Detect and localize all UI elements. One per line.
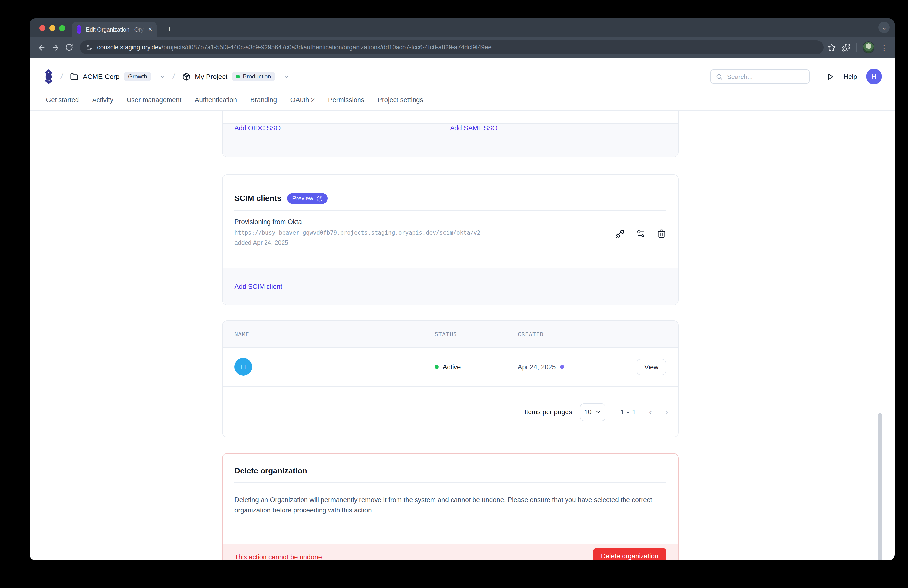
status-cell: Active <box>435 363 518 371</box>
scim-client-actions <box>615 222 666 245</box>
trash-icon <box>657 229 666 238</box>
url-text: console.staging.ory.dev/projects/d087b7a… <box>97 44 491 51</box>
ory-favicon <box>76 25 82 34</box>
sso-card: Add OIDC SSO Add SAML SSO <box>222 111 679 157</box>
url-bar[interactable]: console.staging.ory.dev/projects/d087b7a… <box>80 40 824 54</box>
scim-client-url: https://busy-beaver-gqwvd0fb79.projects.… <box>234 229 615 236</box>
nav-oauth2[interactable]: OAuth 2 <box>290 96 315 104</box>
minimize-window-button[interactable] <box>49 25 55 31</box>
scim-card-footer: Add SCIM client <box>222 267 678 304</box>
traffic-lights <box>39 25 65 31</box>
back-button[interactable] <box>35 40 48 54</box>
project-env-badge: Production <box>232 72 275 81</box>
project-nav: Get started Activity User management Aut… <box>30 92 895 110</box>
tab-strip: Edit Organization - Ory Console ✕ + ⌄ <box>30 18 895 37</box>
search-icon <box>716 73 723 80</box>
site-settings-icon[interactable] <box>86 44 93 51</box>
env-status-dot <box>236 74 240 79</box>
delete-card-footer: This action cannot be undone. Delete org… <box>222 544 678 561</box>
chrome-profile-avatar[interactable] <box>863 42 874 53</box>
nav-activity[interactable]: Activity <box>92 96 114 104</box>
created-cell: Apr 24, 2025 <box>518 363 637 371</box>
forward-button[interactable] <box>48 40 62 54</box>
main-content: Add OIDC SSO Add SAML SSO SCIM clients P… <box>30 111 895 558</box>
zoom-window-button[interactable] <box>59 25 65 31</box>
new-tab-button[interactable]: + <box>164 24 175 35</box>
delete-card-title: Delete organization <box>222 454 678 482</box>
delete-organization-button[interactable]: Delete organization <box>593 547 666 561</box>
status-dot <box>435 365 439 369</box>
project-name: My Project <box>195 72 227 81</box>
extensions-puzzle-icon[interactable] <box>842 43 850 52</box>
created-tooltip-dot[interactable] <box>560 365 564 369</box>
table-header: NAME STATUS CREATED <box>222 321 678 348</box>
browser-tab[interactable]: Edit Organization - Ory Console ✕ <box>72 22 157 37</box>
items-per-page-select[interactable]: 10 <box>580 403 606 421</box>
previous-page-icon[interactable]: ‹ <box>649 407 652 417</box>
scim-client-added: added Apr 24, 2025 <box>234 240 615 246</box>
ory-console-page: / ACME Corp Growth / My Project Producti… <box>30 58 895 561</box>
reload-button[interactable] <box>62 40 76 54</box>
nav-permissions[interactable]: Permissions <box>328 96 364 104</box>
scim-connection-button[interactable] <box>615 229 625 238</box>
status-label: Active <box>443 363 461 371</box>
back-arrow-icon <box>37 43 46 52</box>
nav-branding[interactable]: Branding <box>250 96 277 104</box>
search-box[interactable] <box>710 69 810 84</box>
scim-card-title: SCIM clients <box>234 194 281 203</box>
package-icon <box>182 72 190 81</box>
items-per-page-label: Items per pages <box>524 408 572 416</box>
user-avatar[interactable]: H <box>866 69 882 84</box>
reload-icon <box>65 43 73 52</box>
table-row[interactable]: H Active Apr 24, 2025 View <box>222 348 678 387</box>
play-icon[interactable] <box>826 72 834 81</box>
search-input[interactable] <box>727 73 791 80</box>
select-chevron-down-icon <box>595 409 602 415</box>
page-scrollbar[interactable] <box>878 413 882 561</box>
organizations-table-card: NAME STATUS CREATED H Active Apr <box>222 321 679 437</box>
next-page-icon[interactable]: › <box>665 407 668 417</box>
console-header: / ACME Corp Growth / My Project Producti… <box>30 58 895 92</box>
scim-client-meta: Provisioning from Okta https://busy-beav… <box>234 218 615 269</box>
close-window-button[interactable] <box>39 25 45 31</box>
nav-get-started[interactable]: Get started <box>46 96 79 104</box>
bookmark-star-icon[interactable] <box>828 43 836 52</box>
ory-logo[interactable] <box>43 69 54 84</box>
header-divider <box>818 72 818 81</box>
workspace-plan-badge: Growth <box>124 72 151 81</box>
nav-authentication[interactable]: Authentication <box>195 96 237 104</box>
add-oidc-sso-link[interactable]: Add OIDC SSO <box>234 124 281 132</box>
delete-card-description: Deleting an Organization will permanentl… <box>222 483 669 516</box>
breadcrumb-separator: / <box>60 72 64 81</box>
chrome-menu-icon[interactable]: ⋮ <box>881 44 888 51</box>
project-breadcrumb[interactable]: My Project Production <box>182 72 290 81</box>
header-actions: Help H <box>710 69 882 84</box>
nav-user-management[interactable]: User management <box>127 96 181 104</box>
workspace-breadcrumb[interactable]: ACME Corp Growth <box>70 72 166 81</box>
scim-delete-button[interactable] <box>657 229 666 238</box>
folder-icon <box>70 72 78 81</box>
add-saml-sso-link[interactable]: Add SAML SSO <box>450 124 497 132</box>
scim-card-header: SCIM clients Preview <box>222 175 678 210</box>
browser-window: Edit Organization - Ory Console ✕ + ⌄ co… <box>30 18 895 561</box>
tab-close-icon[interactable]: ✕ <box>148 26 153 32</box>
scim-settings-button[interactable] <box>636 229 646 238</box>
tab-search-chevron-icon[interactable]: ⌄ <box>878 22 890 33</box>
nav-project-settings[interactable]: Project settings <box>378 96 423 104</box>
column-created: CREATED <box>518 330 666 337</box>
breadcrumb-separator: / <box>172 72 175 81</box>
help-circle-icon[interactable] <box>316 195 323 202</box>
browser-toolbar: console.staging.ory.dev/projects/d087b7a… <box>30 37 895 58</box>
toolbar-actions: ⋮ <box>828 42 890 53</box>
view-button[interactable]: View <box>637 359 666 375</box>
forward-arrow-icon <box>51 43 60 52</box>
add-scim-client-link[interactable]: Add SCIM client <box>234 283 282 290</box>
column-name: NAME <box>234 330 435 337</box>
organization-avatar: H <box>234 358 252 376</box>
table-pagination: Items per pages 10 1 - 1 ‹ › <box>222 387 678 437</box>
project-chevron-down-icon[interactable] <box>283 73 290 80</box>
scim-clients-card: SCIM clients Preview Provisioning from O… <box>222 174 679 305</box>
workspace-chevron-down-icon[interactable] <box>159 73 166 80</box>
scim-client-row: Provisioning from Okta https://busy-beav… <box>222 211 678 269</box>
help-link[interactable]: Help <box>844 73 857 80</box>
